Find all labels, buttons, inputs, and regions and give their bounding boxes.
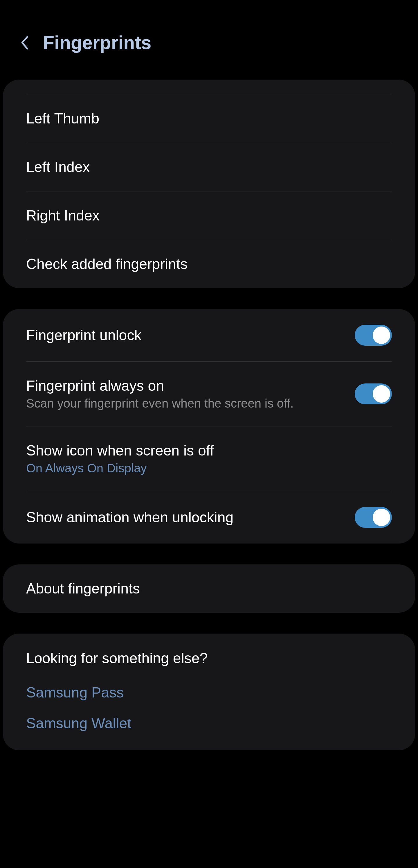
page-title: Fingerprints (43, 32, 151, 54)
samsung-pass-link[interactable]: Samsung Pass (3, 677, 415, 708)
chevron-left-icon (20, 35, 29, 50)
about-label: About fingerprints (26, 580, 140, 597)
fingerprint-always-on-row[interactable]: Fingerprint always on Scan your fingerpr… (3, 362, 415, 426)
about-card: About fingerprints (3, 564, 415, 613)
setting-title: Fingerprint always on (26, 377, 293, 394)
fingerprint-item-left-thumb[interactable]: Left Thumb (3, 94, 415, 143)
fingerprint-unlock-row[interactable]: Fingerprint unlock (3, 309, 415, 361)
toggle-knob (373, 385, 390, 403)
fingerprint-label: Left Thumb (26, 110, 99, 127)
setting-title: Show animation when unlocking (26, 509, 233, 526)
setting-subtitle: Scan your fingerprint even when the scre… (26, 397, 293, 410)
fingerprint-label: Right Index (26, 207, 100, 224)
setting-title: Fingerprint unlock (26, 327, 141, 344)
fingerprints-card: Left Thumb Left Index Right Index Check … (3, 80, 415, 288)
settings-card: Fingerprint unlock Fingerprint always on… (3, 309, 415, 544)
toggle-knob (373, 327, 390, 344)
back-button[interactable] (18, 36, 31, 50)
more-header: Looking for something else? (3, 633, 415, 677)
show-animation-row[interactable]: Show animation when unlocking (3, 491, 415, 544)
samsung-wallet-link[interactable]: Samsung Wallet (3, 708, 415, 739)
setting-subtitle: On Always On Display (26, 461, 214, 475)
more-card: Looking for something else? Samsung Pass… (3, 633, 415, 750)
header: Fingerprints (0, 0, 418, 80)
check-fingerprints-label: Check added fingerprints (26, 256, 188, 273)
fingerprint-always-on-toggle[interactable] (355, 383, 392, 404)
fingerprint-item-right-index[interactable]: Right Index (3, 191, 415, 240)
show-icon-row[interactable]: Show icon when screen is off On Always O… (3, 427, 415, 491)
check-fingerprints-row[interactable]: Check added fingerprints (3, 240, 415, 288)
setting-title: Show icon when screen is off (26, 442, 214, 459)
fingerprint-item-left-index[interactable]: Left Index (3, 143, 415, 191)
about-fingerprints-row[interactable]: About fingerprints (3, 564, 415, 613)
show-animation-toggle[interactable] (355, 507, 392, 528)
fingerprint-unlock-toggle[interactable] (355, 325, 392, 346)
fingerprint-label: Left Index (26, 159, 90, 176)
toggle-knob (373, 509, 390, 526)
